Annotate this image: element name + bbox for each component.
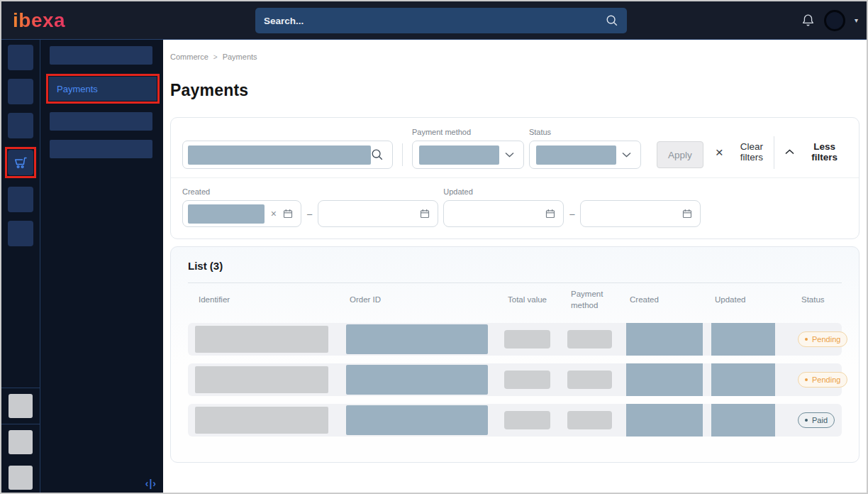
created-to-input[interactable] [318, 200, 438, 227]
status-select[interactable] [529, 141, 641, 169]
payment-method-field: Payment method [412, 128, 524, 169]
payment-method-select[interactable] [412, 141, 524, 169]
sidebar-item-placeholder[interactable] [8, 187, 33, 212]
divider [1, 388, 40, 388]
filter-search-input[interactable] [182, 141, 393, 169]
global-search[interactable] [255, 8, 627, 33]
annotation-box-commerce [5, 147, 36, 178]
clear-date-icon[interactable]: × [271, 208, 277, 219]
topbar: ibexa ▾ [1, 1, 867, 39]
redacted-updated [711, 404, 775, 437]
redacted-identifier [195, 366, 328, 393]
status-dot-icon [805, 419, 808, 422]
payment-method-label: Payment method [412, 128, 524, 136]
search-icon[interactable] [371, 148, 384, 161]
redacted-updated [711, 323, 775, 356]
sidebar-bottom-item[interactable] [9, 430, 33, 454]
redacted-created [626, 404, 703, 437]
sidebar-bottom [1, 388, 40, 493]
clear-filters-label: Clear filters [730, 141, 774, 163]
redacted-identifier [195, 326, 328, 353]
redacted-total-value [504, 411, 550, 429]
payments-list-panel: List (3) Identifier Order ID Total value… [170, 246, 859, 463]
user-avatar[interactable] [824, 10, 845, 31]
submenu-item-placeholder[interactable] [50, 112, 152, 131]
redacted-payment-method [567, 330, 612, 348]
clear-filters-button[interactable]: × Clear filters [716, 141, 774, 163]
created-label: Created [182, 187, 438, 196]
redacted-select-value [419, 146, 499, 165]
range-dash: – [307, 209, 312, 219]
updated-to-input[interactable] [580, 200, 701, 227]
apply-button[interactable]: Apply [657, 141, 703, 168]
column-header-payment-method: Payment method [571, 289, 630, 311]
page-title: Payments [170, 81, 859, 100]
submenu-item-payments[interactable]: Payments [49, 77, 157, 101]
submenu-item-placeholder[interactable] [50, 140, 152, 158]
main-content: Commerce > Payments Payments [163, 40, 867, 493]
table-row[interactable]: Pending [188, 323, 842, 356]
redacted-search-value [188, 146, 371, 165]
status-field: Status [529, 128, 641, 169]
redacted-identifier [195, 407, 328, 434]
created-from-input[interactable]: × [182, 200, 301, 227]
filters-panel: Payment method Status [170, 117, 859, 239]
search-input[interactable] [264, 16, 606, 26]
redacted-payment-method [567, 370, 612, 389]
table-row[interactable]: Pending [188, 363, 842, 396]
sidebar-item-placeholder[interactable] [8, 45, 33, 70]
sidebar-item-placeholder[interactable] [8, 79, 33, 104]
sidebar-item-placeholder[interactable] [8, 113, 33, 138]
shopping-cart-icon [12, 154, 29, 171]
breadcrumb-item-payments[interactable]: Payments [223, 53, 257, 61]
sidebar-bottom-item[interactable] [9, 394, 33, 418]
status-dot-icon [805, 378, 808, 381]
submenu-item-placeholder[interactable] [50, 46, 152, 65]
calendar-icon[interactable] [282, 208, 294, 219]
redacted-order-id [346, 405, 488, 435]
chevron-up-icon [785, 149, 794, 155]
sidebar-item-commerce[interactable] [8, 150, 33, 175]
sidebar-item-placeholder[interactable] [8, 221, 33, 246]
redacted-payment-method [567, 411, 612, 429]
redacted-date-value [188, 204, 265, 224]
table-body: Pending Pending [188, 323, 842, 437]
status-badge: Paid [798, 412, 835, 428]
status-label: Status [529, 128, 641, 136]
divider [402, 143, 403, 166]
column-header-status: Status [801, 295, 842, 306]
breadcrumb-item-commerce[interactable]: Commerce [170, 53, 208, 61]
ibexa-logo[interactable]: ibexa [13, 9, 65, 32]
user-menu-caret-icon[interactable]: ▾ [855, 16, 858, 24]
updated-from-input[interactable] [443, 200, 564, 227]
created-range-field: Created × [182, 187, 438, 227]
submenu-item-label: Payments [57, 84, 98, 94]
redacted-order-id [346, 324, 488, 354]
status-dot-icon [805, 338, 808, 341]
column-header-identifier: Identifier [199, 295, 350, 306]
calendar-icon[interactable] [681, 208, 693, 219]
notification-bell-icon[interactable] [801, 13, 815, 28]
calendar-icon[interactable] [545, 208, 556, 219]
annotation-box-payments: Payments [46, 74, 160, 104]
less-filters-button[interactable]: Less filters [785, 141, 847, 163]
commerce-submenu: Payments ‹|› [40, 40, 163, 493]
range-dash: – [569, 209, 574, 219]
main-sidebar [1, 40, 40, 493]
sidebar-collapse-icon[interactable]: ‹|› [145, 478, 157, 489]
sidebar-bottom-item[interactable] [9, 466, 33, 490]
calendar-icon[interactable] [419, 208, 430, 219]
column-header-order-id: Order ID [350, 295, 508, 306]
search-icon[interactable] [606, 14, 618, 27]
table-header: Identifier Order ID Total value Payment … [188, 285, 842, 316]
close-icon: × [716, 146, 723, 159]
table-row[interactable]: Paid [188, 404, 842, 437]
redacted-total-value [504, 370, 550, 389]
divider [774, 136, 774, 169]
breadcrumb: Commerce > Payments [170, 53, 859, 61]
column-header-created: Created [630, 295, 715, 306]
redacted-updated [711, 363, 775, 396]
breadcrumb-separator: > [213, 53, 218, 61]
redacted-total-value [504, 330, 550, 348]
updated-range-field: Updated [443, 187, 701, 227]
